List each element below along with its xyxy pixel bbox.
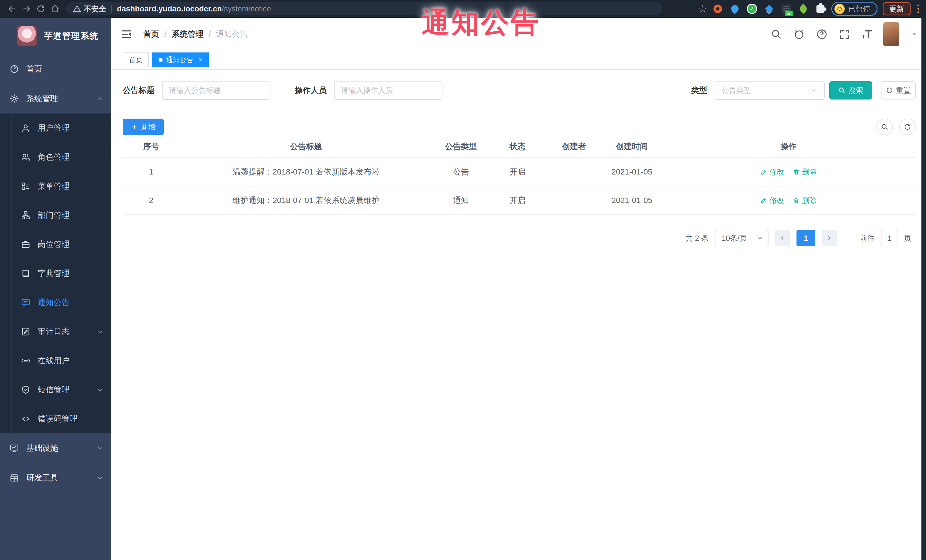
page-number-1[interactable]: 1 [796,230,815,246]
tab-notice[interactable]: 通知公告 × [152,53,209,67]
sidebar-item-用户管理[interactable]: 用户管理 [0,113,111,143]
browser-home-icon[interactable] [48,2,62,16]
refresh-table-button[interactable] [899,119,916,135]
browser-scrollbar[interactable] [921,18,926,560]
browser-reload-icon[interactable] [34,2,48,16]
notice-page-content: 公告标题 操作人员 类型 公告类型 搜索 重 [111,69,926,560]
url-path: /system/notice [222,5,271,14]
sidebar-item-首页[interactable]: 首页 [0,54,111,84]
notice-icon [20,298,31,307]
edit-link[interactable]: 修改 [760,167,784,177]
bookmark-star-icon[interactable]: ☆ [698,4,707,14]
puzzle-extensions-icon[interactable] [815,3,826,15]
breadcrumb: 首页/系统管理/通知公告 [143,29,248,40]
add-notice-button[interactable]: 新增 [123,119,164,135]
page-size-select[interactable]: 10条/页 [715,230,769,246]
total-count: 共 2 条 [685,233,709,243]
cell-状态: 开启 [490,166,545,177]
chrome-menu-icon[interactable] [916,3,921,14]
type-filter-select[interactable]: 公告类型 [715,81,825,100]
not-secure-warning-icon [73,5,81,13]
sidebar-item-岗位管理[interactable]: 岗位管理 [0,230,111,259]
tab-home[interactable]: 首页 [123,53,149,67]
database-on-extension-icon[interactable]: on [781,3,792,15]
blue-pin-extension-icon[interactable] [729,3,741,15]
delete-link[interactable]: 删除 [793,196,817,205]
delete-icon [793,169,800,175]
sidebar-item-短信管理[interactable]: 短信管理 [0,375,111,404]
sidebar-item-label: 部门管理 [38,210,70,221]
address-bar[interactable]: 不安全 dashboard.yudao.iocoder.cn/system/no… [66,2,663,15]
column-header-创建时间: 创建时间 [602,141,661,152]
tags-view-bar: 首页 通知公告 × [111,51,926,69]
shield-icon [20,385,31,395]
pagination: 共 2 条 10条/页 1 前往 页 [123,230,916,246]
next-page-button[interactable] [822,230,837,246]
app-logo-row[interactable]: 芋道管理系统 [0,18,111,54]
chevron-down-icon [97,386,104,394]
sidebar-item-部门管理[interactable]: 部门管理 [0,201,111,230]
cell-序号: 1 [123,168,180,177]
sidebar-item-错误码管理[interactable]: 错误码管理 [0,404,111,433]
search-button[interactable]: 搜索 [829,81,872,100]
edit-link[interactable]: 修改 [760,196,784,205]
browser-back-icon[interactable] [5,2,20,16]
column-header-公告类型: 公告类型 [433,141,490,152]
sidebar-item-label: 用户管理 [38,122,70,133]
edit-icon [760,169,767,175]
font-size-icon[interactable]: тT [862,29,872,40]
breadcrumb-item-系统管理[interactable]: 系统管理 [172,29,204,40]
collapse-sidebar-icon[interactable] [121,29,132,40]
toggle-search-button[interactable] [876,119,893,135]
column-header-创建者: 创建者 [545,141,602,152]
reset-button[interactable]: 重置 [881,81,916,100]
sidebar-item-字典管理[interactable]: 字典管理 [0,259,111,288]
annotation-overlay-text: 通知公告 [422,4,540,42]
audit-log-icon [20,327,31,337]
url-host: dashboard.yudao.iocoder.cn [117,5,222,14]
cell-actions: 修改删除 [661,196,916,205]
paused-label: 已暂停 [848,4,870,14]
search-form: 公告标题 操作人员 类型 公告类型 搜索 重 [123,81,916,100]
green-leaf-extension-icon[interactable] [797,3,809,15]
header-search-icon[interactable] [770,29,782,40]
prev-page-button[interactable] [775,230,790,246]
fullscreen-icon[interactable] [839,29,850,40]
sidebar-item-角色管理[interactable]: 角色管理 [0,143,111,172]
sidebar-item-在线用户[interactable]: 在线用户 [0,346,111,375]
table-body: 1温馨提醒：2018-07-01 若依新版本发布啦公告开启2021-01-05修… [123,158,916,215]
orange-ring-extension-icon[interactable] [712,3,723,15]
operator-filter-input[interactable] [334,81,442,100]
column-header-公告标题: 公告标题 [180,141,433,152]
chrome-update-button[interactable]: 更新 [883,2,911,15]
goto-page-input[interactable] [881,230,897,246]
sidebar-item-审计日志[interactable]: 审计日志 [0,317,111,346]
gear-icon [9,94,20,104]
chevron-up-icon [97,95,104,103]
sidebar-item-研发工具[interactable]: 研发工具 [0,463,111,493]
sidebar-item-通知公告[interactable]: 通知公告 [0,288,111,317]
browser-forward-icon[interactable] [20,2,34,16]
cell-状态: 开启 [490,195,545,206]
user-menu-caret-icon[interactable] [911,30,918,38]
app-title: 芋道管理系统 [44,30,99,42]
title-filter-input[interactable] [162,81,271,100]
breadcrumb-item-首页[interactable]: 首页 [143,29,159,40]
sidebar-item-系统管理[interactable]: 系统管理 [0,84,111,113]
user-icon [20,123,31,133]
sidebar-item-菜单管理[interactable]: 菜单管理 [0,172,111,201]
book-icon [20,269,31,278]
blue-diamond-extension-icon[interactable] [763,3,775,15]
docs-question-icon[interactable] [816,29,828,40]
sidebar-item-基础设施[interactable]: 基础设施 [0,433,111,463]
github-icon[interactable] [793,29,805,40]
cell-公告类型: 通知 [433,195,490,206]
sidebar-item-label: 错误码管理 [38,414,77,424]
delete-link[interactable]: 删除 [793,167,817,177]
profile-paused-pill[interactable]: ☺ 已暂停 [831,2,878,16]
sidebar-menu: 首页系统管理用户管理角色管理菜单管理部门管理岗位管理字典管理通知公告审计日志在线… [0,54,111,560]
green-check-extension-icon[interactable]: ✓ [746,3,758,15]
breadcrumb-item-通知公告: 通知公告 [216,29,248,40]
close-tab-icon[interactable]: × [198,56,203,64]
user-avatar[interactable] [883,22,899,46]
